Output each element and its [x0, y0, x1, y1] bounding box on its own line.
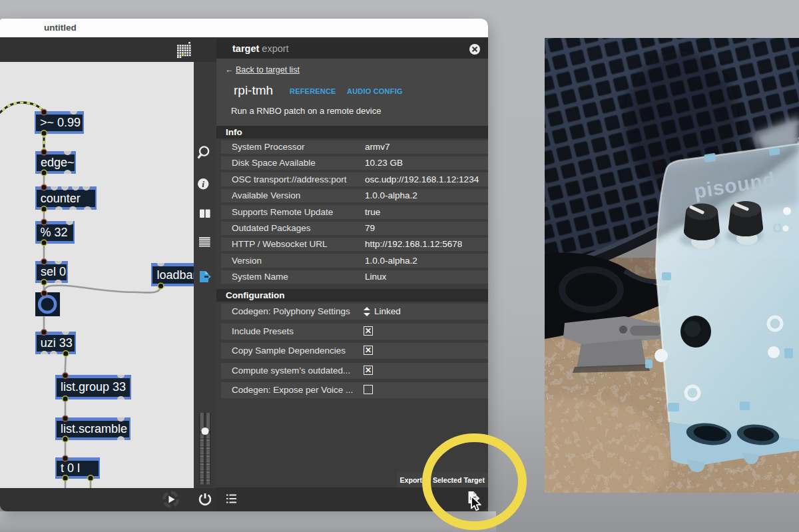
svg-text:i: i	[202, 179, 204, 189]
